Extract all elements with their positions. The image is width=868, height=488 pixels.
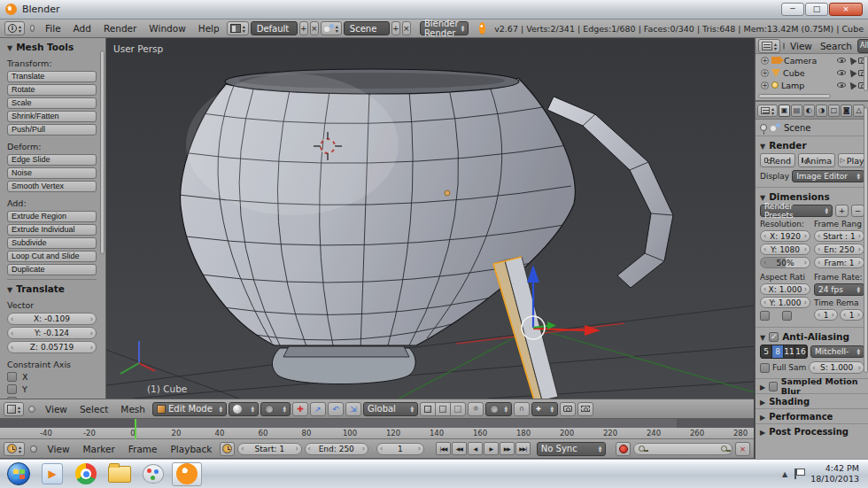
play-rendered-button[interactable]: ▷Play: [838, 153, 866, 167]
play-reverse-button[interactable]: ◀: [468, 442, 483, 455]
outliner-row-camera[interactable]: Camera: [756, 54, 868, 66]
expand-icon[interactable]: [761, 57, 769, 65]
panel-post-processing[interactable]: Post Processing: [756, 423, 868, 438]
vertex-select-button[interactable]: [420, 402, 436, 416]
record-button[interactable]: [616, 442, 631, 456]
loop-cut-button[interactable]: Loop Cut and Slide: [7, 251, 97, 262]
render-presets-select[interactable]: Render Presets: [760, 205, 833, 217]
properties-editor-type-select[interactable]: [757, 105, 778, 117]
visibility-eye-icon[interactable]: [837, 82, 846, 88]
start-button[interactable]: [4, 462, 34, 486]
render-anim-button[interactable]: Anima: [798, 153, 835, 167]
close-button[interactable]: ×: [829, 3, 863, 16]
translate-button[interactable]: Translate: [7, 71, 97, 82]
action-center-flag-icon[interactable]: [794, 469, 803, 479]
tab-world[interactable]: ◑: [816, 105, 827, 117]
minimize-button[interactable]: ─: [781, 3, 804, 16]
taskbar-chrome[interactable]: [71, 462, 101, 486]
delete-scene-button[interactable]: ×: [402, 21, 411, 35]
border-checkbox[interactable]: [760, 311, 770, 321]
shrink-fatten-button[interactable]: Shrink/Fatten: [7, 111, 97, 122]
snap-toggle-button[interactable]: ∩: [514, 402, 530, 416]
vector-x-field[interactable]: X: -0.109: [7, 313, 97, 325]
res-pct-slider[interactable]: 50%: [760, 257, 810, 268]
aa-filter-select[interactable]: Mitchell-: [810, 345, 864, 358]
opengl-render-button[interactable]: [560, 402, 576, 416]
edge-select-button[interactable]: [435, 402, 451, 416]
aa-sample-16[interactable]: 16: [795, 345, 807, 358]
frame-start-field[interactable]: Start: 1: [237, 443, 301, 455]
viewport-3d[interactable]: User Persp (1) Cube: [106, 38, 754, 399]
add-scene-button[interactable]: +: [391, 21, 400, 35]
aa-sample-11[interactable]: 11: [784, 345, 795, 358]
scene-field[interactable]: Scene: [344, 21, 390, 35]
aa-sample-5[interactable]: 5: [761, 345, 772, 358]
play-button[interactable]: ▶: [484, 442, 499, 455]
panel-performance[interactable]: Performance: [756, 408, 868, 423]
menu-file[interactable]: File: [40, 23, 66, 34]
crop-checkbox[interactable]: [782, 311, 792, 321]
viewport-editor-type-select[interactable]: [4, 402, 24, 416]
taskbar-explorer[interactable]: [105, 462, 135, 486]
outliner-hscrollbar[interactable]: [758, 94, 831, 98]
render-still-button[interactable]: Rend: [760, 153, 795, 167]
properties-vscrollbar[interactable]: [864, 107, 868, 373]
expand-icon[interactable]: [761, 69, 769, 77]
menu-help[interactable]: Help: [193, 23, 225, 34]
tab-object[interactable]: □: [828, 105, 840, 117]
clear-keyingset-button[interactable]: ×: [735, 442, 750, 456]
maximize-button[interactable]: □: [805, 3, 828, 16]
scale-manipulator-button[interactable]: ⇲: [345, 402, 361, 416]
tab-render-layers[interactable]: ▤: [791, 105, 802, 117]
timeline-editor-type-select[interactable]: [4, 442, 25, 456]
editor-type-select[interactable]: [4, 21, 25, 35]
fps-select[interactable]: 24 fps: [814, 283, 864, 296]
next-keyframe-button[interactable]: ▶▶: [500, 442, 515, 455]
pivot-center-select[interactable]: [260, 402, 291, 416]
current-frame-field[interactable]: 1: [376, 443, 424, 455]
outliner-menu-view[interactable]: View: [787, 41, 815, 51]
aspect-x-field[interactable]: X: 1.000: [760, 283, 810, 295]
tool-shelf-scrollbar[interactable]: [100, 50, 105, 254]
aa-checkbox[interactable]: [769, 332, 779, 342]
timeline-ruler[interactable]: -40 -20 0 20 40 60 80 100 120 140 160 18…: [0, 428, 754, 439]
aa-sample-8[interactable]: 8: [772, 345, 784, 358]
menu-playback[interactable]: Playback: [166, 444, 218, 454]
expand-icon[interactable]: [761, 81, 769, 89]
tray-expand-icon[interactable]: ▲: [782, 470, 787, 478]
pin-icon[interactable]: [760, 124, 767, 131]
outliner-editor-type-select[interactable]: [758, 39, 780, 53]
outliner-row-cube[interactable]: Cube: [756, 66, 868, 79]
viewport-menu-collapse[interactable]: [28, 406, 35, 413]
aspect-y-field[interactable]: Y: 1.000: [760, 297, 810, 308]
res-y-field[interactable]: Y: 1080: [760, 244, 810, 255]
collapse-translate-icon[interactable]: [7, 283, 12, 294]
menu-view[interactable]: View: [40, 404, 73, 414]
rotate-button[interactable]: Rotate: [7, 84, 97, 96]
menu-collapse-toggle[interactable]: [30, 25, 35, 32]
edge-slide-button[interactable]: Edge Slide: [7, 154, 97, 166]
frame-step-field[interactable]: Fram: 1: [814, 257, 864, 268]
orientation-select[interactable]: Global: [363, 402, 418, 416]
vector-y-field[interactable]: Y: -0.124: [7, 327, 97, 339]
screen-layout-field[interactable]: Default: [251, 21, 298, 35]
collapse-mesh-tools-icon[interactable]: [7, 42, 12, 52]
smb-checkbox[interactable]: [769, 382, 778, 391]
timeline-menu-collapse[interactable]: [30, 445, 37, 453]
collapse-aa-icon[interactable]: [760, 331, 765, 342]
window-titlebar[interactable]: Blender ─ □ ×: [0, 0, 868, 19]
add-layout-button[interactable]: +: [299, 21, 308, 35]
menu-frame[interactable]: Frame: [123, 444, 163, 454]
delete-layout-button[interactable]: ×: [310, 21, 319, 35]
mode-select[interactable]: Edit Mode: [152, 402, 227, 416]
prev-keyframe-button[interactable]: ◀◀: [452, 442, 467, 455]
menu-render[interactable]: Render: [98, 23, 142, 34]
extrude-individual-button[interactable]: Extrude Individual: [7, 224, 97, 236]
filter-size-field[interactable]: S: 1.000: [809, 361, 864, 374]
selectable-cursor-icon[interactable]: [847, 55, 856, 65]
jump-to-end-button[interactable]: ▶▶|: [515, 442, 531, 455]
axis-x-checkbox[interactable]: [7, 372, 17, 382]
use-preview-range-button[interactable]: [220, 442, 235, 456]
extrude-region-button[interactable]: Extrude Region: [7, 211, 97, 222]
opengl-anim-button[interactable]: [577, 402, 593, 416]
